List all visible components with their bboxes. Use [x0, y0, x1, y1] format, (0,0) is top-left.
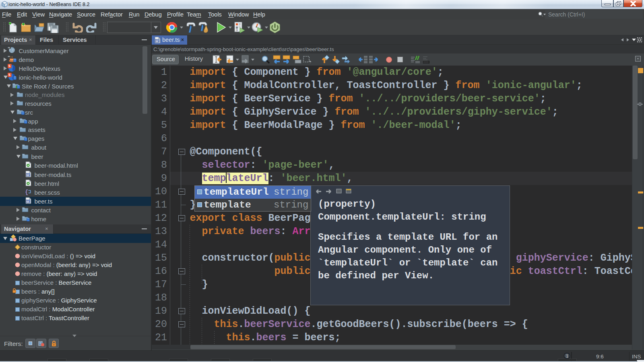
svg-text:1: 1 [566, 354, 568, 358]
svg-text:3: 3 [236, 28, 238, 32]
